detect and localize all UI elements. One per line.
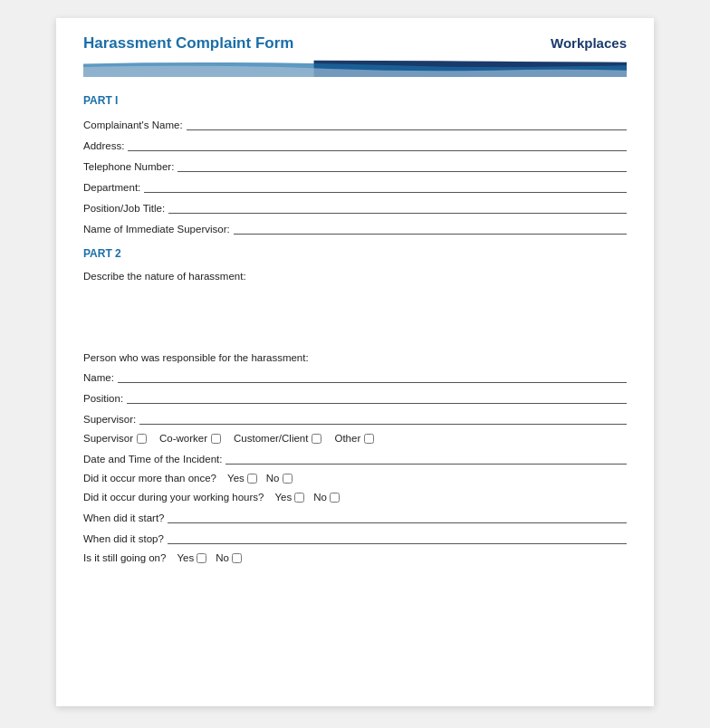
still-going-label: Is it still going on?: [83, 552, 166, 563]
working-yes-label: Yes: [274, 492, 292, 503]
supervisor-input[interactable]: [234, 222, 627, 235]
working-yes-item: Yes: [274, 492, 304, 503]
supervisor-option-label: Supervisor: [83, 433, 133, 444]
when-stop-input[interactable]: [168, 532, 627, 544]
content: PART I Complainant's Name: Address: Tele…: [56, 78, 654, 589]
resp-position-row: Position:: [83, 391, 627, 404]
resp-name-row: Name:: [83, 370, 627, 383]
date-incident-input[interactable]: [225, 452, 627, 465]
occur-yes-label: Yes: [227, 473, 245, 484]
resp-supervisor-label: Supervisor:: [83, 414, 136, 425]
position-input[interactable]: [168, 201, 627, 214]
telephone-row: Telephone Number:: [83, 159, 627, 172]
complainant-name-input[interactable]: [187, 118, 627, 130]
occur-no-label: No: [266, 473, 280, 484]
supervisor-checkbox[interactable]: [137, 434, 147, 444]
working-yes-checkbox[interactable]: [294, 493, 304, 503]
coworker-checkbox-item: Co-worker: [159, 433, 221, 444]
customer-checkbox-item: Customer/Client: [234, 433, 321, 444]
telephone-label: Telephone Number:: [83, 161, 174, 172]
other-checkbox-item: Other: [334, 433, 374, 444]
still-no-item: No: [216, 552, 242, 563]
resp-name-input[interactable]: [118, 370, 627, 383]
resp-position-label: Position:: [83, 393, 123, 404]
resp-position-input[interactable]: [127, 391, 627, 404]
page-container: Harassment Complaint Form Workplaces PAR…: [56, 18, 654, 706]
customer-checkbox[interactable]: [312, 434, 321, 444]
when-start-row: When did it start?: [83, 511, 627, 523]
part1-label: PART I: [83, 94, 627, 107]
occur-yes-checkbox[interactable]: [247, 474, 257, 484]
part2-section: PART 2 Describe the nature of harassment…: [83, 247, 627, 563]
date-incident-row: Date and Time of the Incident:: [83, 452, 627, 465]
customer-option-label: Customer/Client: [234, 433, 308, 444]
when-stop-label: When did it stop?: [83, 533, 164, 544]
header-banner: [83, 58, 627, 78]
supervisor-label: Name of Immediate Supervisor:: [83, 224, 230, 235]
form-title: Harassment Complaint Form: [83, 34, 293, 53]
supervisor-row: Name of Immediate Supervisor:: [83, 222, 627, 235]
department-row: Department:: [83, 180, 627, 193]
coworker-checkbox[interactable]: [211, 434, 221, 444]
supervisor-checkbox-item: Supervisor: [83, 433, 147, 444]
when-start-label: When did it start?: [83, 512, 164, 523]
occur-once-row: Did it occur more than once? Yes No: [83, 473, 627, 484]
address-row: Address:: [83, 139, 627, 151]
working-hours-label: Did it occur during your working hours?: [83, 492, 264, 503]
still-yes-item: Yes: [177, 552, 206, 563]
header: Harassment Complaint Form Workplaces: [56, 18, 654, 78]
relationship-row: Supervisor Co-worker Customer/Client Oth…: [83, 433, 627, 444]
coworker-option-label: Co-worker: [159, 433, 207, 444]
complainant-name-label: Complainant's Name:: [83, 120, 183, 130]
address-label: Address:: [83, 140, 124, 151]
describe-space: [83, 285, 627, 349]
position-row: Position/Job Title:: [83, 201, 627, 214]
other-checkbox[interactable]: [364, 434, 374, 444]
still-going-row: Is it still going on? Yes No: [83, 552, 627, 563]
when-start-input[interactable]: [168, 511, 627, 523]
telephone-input[interactable]: [178, 159, 627, 172]
working-no-checkbox[interactable]: [330, 493, 340, 503]
working-no-item: No: [313, 492, 340, 503]
working-no-label: No: [313, 492, 327, 503]
occur-no-checkbox[interactable]: [283, 474, 293, 484]
still-yes-checkbox[interactable]: [197, 553, 206, 563]
resp-name-label: Name:: [83, 372, 114, 383]
occur-no-item: No: [266, 473, 293, 484]
department-label: Department:: [83, 182, 140, 193]
position-label: Position/Job Title:: [83, 203, 165, 214]
when-stop-row: When did it stop?: [83, 532, 627, 544]
complainant-name-row: Complainant's Name:: [83, 118, 627, 130]
resp-supervisor-row: Supervisor:: [83, 412, 627, 425]
responsible-label: Person who was responsible for the haras…: [83, 352, 627, 363]
address-input[interactable]: [128, 139, 627, 151]
other-option-label: Other: [334, 433, 360, 444]
resp-supervisor-input[interactable]: [139, 412, 627, 425]
describe-label: Describe the nature of harassment:: [83, 271, 627, 282]
still-no-checkbox[interactable]: [232, 553, 242, 563]
department-input[interactable]: [144, 180, 627, 193]
brand-name: Workplaces: [551, 35, 627, 51]
still-yes-label: Yes: [177, 552, 194, 563]
working-hours-row: Did it occur during your working hours? …: [83, 492, 627, 503]
still-no-label: No: [216, 552, 229, 563]
part2-label: PART 2: [83, 247, 627, 260]
date-incident-label: Date and Time of the Incident:: [83, 454, 222, 465]
occur-yes-item: Yes: [227, 473, 257, 484]
occur-once-label: Did it occur more than once?: [83, 473, 216, 484]
